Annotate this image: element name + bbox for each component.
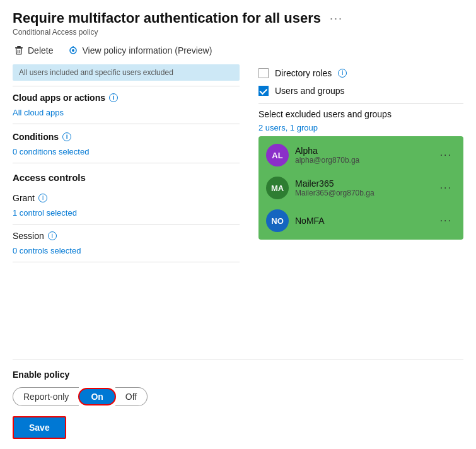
conditions-label: Conditions [13, 132, 59, 142]
user-item: MA Mailer365 Mailer365@org870b.ga ··· [258, 172, 463, 204]
session-label: Session [13, 231, 44, 241]
user-avatar: AL [266, 144, 289, 166]
user-email: Mailer365@org870b.ga [295, 189, 430, 197]
users-and-groups-label: Users and groups [275, 86, 345, 96]
user-name: Alpha [295, 146, 430, 156]
grant-section: Grant i 1 control selected [13, 188, 240, 224]
session-section: Session i 0 controls selected [13, 226, 240, 262]
page-title: Require multifactor authentication for a… [13, 10, 321, 26]
access-controls-section: Access controls Grant i 1 control select… [13, 166, 240, 262]
users-and-groups-row[interactable]: Users and groups [258, 82, 463, 100]
session-value[interactable]: 0 controls selected [13, 243, 240, 260]
directory-roles-checkbox[interactable] [258, 68, 269, 78]
grant-label: Grant [13, 193, 35, 203]
right-panel: Directory roles i Users and groups Selec… [252, 64, 463, 349]
view-policy-label: View policy information (Preview) [82, 45, 212, 55]
svg-rect-0 [17, 46, 21, 47]
toggle-report-only[interactable]: Report-only [13, 387, 79, 406]
left-panel: All users included and specific users ex… [13, 64, 252, 349]
bottom-section: Enable policy Report-only On Off Save [13, 359, 463, 439]
save-button[interactable]: Save [13, 416, 66, 439]
eye-icon [68, 45, 78, 55]
conditions-value[interactable]: 0 conditions selected [13, 144, 240, 161]
user-more-button[interactable]: ··· [436, 214, 456, 228]
conditions-info-icon[interactable]: i [62, 132, 71, 141]
conditions-section: Conditions i 0 conditions selected [13, 127, 240, 163]
page-subtitle: Conditional Access policy [13, 28, 463, 37]
excluded-count[interactable]: 2 users, 1 group [258, 123, 463, 136]
directory-roles-info-icon[interactable]: i [338, 69, 347, 78]
grant-value[interactable]: 1 control selected [13, 206, 240, 223]
user-avatar: NO [266, 209, 289, 232]
svg-rect-1 [15, 47, 23, 49]
user-name: Mailer365 [295, 178, 430, 189]
users-list: AL Alpha alpha@org870b.ga ··· MA Mailer3… [258, 136, 463, 240]
user-info: Mailer365 Mailer365@org870b.ga [295, 178, 430, 197]
cloud-apps-label: Cloud apps or actions [13, 93, 105, 103]
toggle-on[interactable]: On [78, 388, 115, 405]
all-users-bar: All users included and specific users ex… [13, 64, 240, 81]
user-more-button[interactable]: ··· [436, 148, 456, 162]
users-and-groups-checkbox[interactable] [258, 86, 269, 96]
policy-toggle-row: Report-only On Off [13, 387, 463, 406]
view-policy-button[interactable]: View policy information (Preview) [67, 43, 213, 58]
cloud-apps-section: Cloud apps or actions i All cloud apps [13, 88, 240, 124]
user-more-button[interactable]: ··· [436, 181, 456, 195]
session-info-icon[interactable]: i [48, 231, 57, 240]
delete-label: Delete [28, 45, 53, 55]
user-item: AL Alpha alpha@org870b.ga ··· [258, 139, 463, 172]
user-item: NO NoMFA ··· [258, 204, 463, 237]
delete-button[interactable]: Delete [13, 43, 54, 58]
user-name: NoMFA [295, 216, 430, 226]
access-controls-label: Access controls [13, 172, 86, 183]
toggle-off[interactable]: Off [115, 387, 148, 406]
excluded-header: Select excluded users and groups [258, 103, 463, 123]
directory-roles-label: Directory roles [275, 68, 332, 78]
grant-info-icon[interactable]: i [38, 194, 47, 202]
more-options-button[interactable]: ··· [327, 11, 345, 26]
trash-icon [14, 45, 24, 55]
toolbar: Delete View policy information (Preview) [13, 43, 463, 58]
cloud-apps-info-icon[interactable]: i [109, 93, 118, 102]
directory-roles-row[interactable]: Directory roles i [258, 64, 463, 82]
user-info: NoMFA [295, 216, 430, 226]
enable-policy-label: Enable policy [13, 370, 463, 380]
cloud-apps-value[interactable]: All cloud apps [13, 105, 240, 122]
user-info: Alpha alpha@org870b.ga [295, 146, 430, 165]
user-email: alpha@org870b.ga [295, 156, 430, 165]
svg-point-5 [72, 49, 74, 52]
user-avatar: MA [266, 177, 289, 199]
